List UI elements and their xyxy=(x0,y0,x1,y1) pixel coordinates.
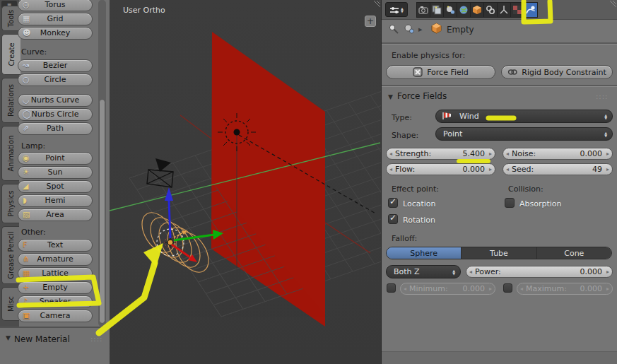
nurbs-curve-icon: ◡ xyxy=(23,95,30,106)
nurbs-circle-icon: ◯ xyxy=(23,109,31,120)
rotation-checkbox-label[interactable]: Rotation xyxy=(403,216,435,225)
collapse-triangle-icon[interactable]: ▼ xyxy=(388,93,393,100)
scene-breadcrumb-icon[interactable] xyxy=(404,23,415,35)
add-empty-button[interactable]: +Empty xyxy=(18,281,93,294)
breadcrumb-object-name[interactable]: Empty xyxy=(447,25,474,35)
editor-type-selector[interactable]: ▲▼ xyxy=(385,2,408,17)
wind-sock-icon xyxy=(442,111,452,122)
tab-world[interactable] xyxy=(457,2,471,18)
force-fields-panel-header[interactable]: ▼Force Fields xyxy=(388,91,447,101)
viewport-expand-button[interactable]: + xyxy=(365,16,376,27)
add-area-lamp-button[interactable]: ▨Area xyxy=(18,209,93,221)
flow-slider[interactable]: ◂ Flow: 0.000 ▸ xyxy=(386,163,495,175)
properties-editor-icon xyxy=(389,6,399,14)
falloff-cone-option[interactable]: Cone xyxy=(537,247,611,259)
pin-icon[interactable] xyxy=(388,23,400,35)
maximum-enable-checkbox[interactable]: ✓ xyxy=(503,283,512,293)
force-field-toggle-button[interactable]: Force Field xyxy=(386,65,495,79)
shelf-tab-animation[interactable]: Animation xyxy=(1,126,19,181)
tab-object[interactable] xyxy=(470,2,484,18)
rigid-body-constraint-button[interactable]: Rigid Body Constraint xyxy=(501,65,613,79)
shape-value: Point xyxy=(443,129,462,139)
tab-constraints[interactable] xyxy=(483,2,498,18)
rotation-checkbox[interactable]: ✓ xyxy=(388,214,398,224)
scrollbar-thumb[interactable] xyxy=(99,99,105,324)
props-corner-widget[interactable] xyxy=(607,1,616,10)
effect-point-label: Effect point: xyxy=(392,184,439,194)
viewport-3d[interactable]: User Ortho + xyxy=(110,0,381,364)
physics-icon xyxy=(526,5,536,15)
camera-object[interactable] xyxy=(147,158,173,187)
add-torus-button[interactable]: ◎Torus xyxy=(18,0,93,11)
plane-object[interactable] xyxy=(211,32,325,327)
type-value: Wind xyxy=(459,112,479,121)
add-hemi-button[interactable]: ◗Hemi xyxy=(18,194,93,207)
add-nurbs-curve-button[interactable]: ◡Nurbs Curve xyxy=(18,94,93,107)
force-field-x-icon xyxy=(413,67,423,77)
breadcrumb: ▸ Empty xyxy=(382,19,617,40)
add-camera-button[interactable]: ▣Camera xyxy=(18,310,93,322)
tool-shelf: ≡ Tools Create Relations Animation Physi… xyxy=(0,0,110,364)
noise-slider[interactable]: ◂ Noise: 0.000 ▸ xyxy=(503,148,613,160)
panel-grip-icon[interactable]: :::: xyxy=(596,93,608,100)
hemi-lamp-icon: ◗ xyxy=(23,195,27,206)
add-lattice-button[interactable]: ▦Lattice xyxy=(18,267,93,280)
minimum-enable-checkbox[interactable]: ✓ xyxy=(387,283,396,293)
camera-icon: ▣ xyxy=(23,310,30,322)
minimum-slider[interactable]: ◂ Minimum: 0.000 ▸ xyxy=(400,283,495,295)
type-label: Type: xyxy=(392,113,412,122)
panel-grip-icon[interactable]: :::: xyxy=(90,335,102,343)
add-spot-button[interactable]: ◢Spot xyxy=(18,180,93,193)
add-text-button[interactable]: FText xyxy=(18,239,93,252)
other-section-label: Other: xyxy=(21,228,46,237)
seed-slider[interactable]: ◂ Seed: 49 ▸ xyxy=(503,163,613,175)
path-icon: ⇗ xyxy=(23,123,29,134)
collapse-triangle-icon[interactable]: ▼ xyxy=(6,334,11,341)
absorption-checkbox-label[interactable]: Absorption xyxy=(519,199,562,209)
tab-object-data[interactable] xyxy=(497,2,511,18)
falloff-label: Falloff: xyxy=(392,234,417,243)
shape-dropdown[interactable]: Point ▲▼ xyxy=(435,127,613,141)
tool-shelf-scrollbar[interactable] xyxy=(98,0,106,327)
add-armature-button[interactable]: ⋔Armature xyxy=(18,253,93,266)
viewport-canvas[interactable] xyxy=(110,0,381,364)
add-point-lamp-button[interactable]: ◉Point xyxy=(18,152,93,165)
slider-right-arrow-icon[interactable]: ▸ xyxy=(486,151,495,157)
shelf-tab-misc[interactable]: Misc xyxy=(1,287,19,321)
lattice-icon: ▦ xyxy=(23,268,30,279)
add-bezier-button[interactable]: ↝Bezier xyxy=(18,59,93,72)
maximum-slider[interactable]: ◂ Maximum: 0.000 ▸ xyxy=(517,283,613,295)
add-grid-button[interactable]: ▦Grid xyxy=(18,13,93,25)
tab-physics[interactable] xyxy=(524,2,538,18)
add-speaker-button[interactable]: ♪Speaker xyxy=(18,295,93,308)
z-direction-dropdown[interactable]: Both Z ▲▼ xyxy=(386,265,461,278)
strength-slider[interactable]: ◂ Strength: 5.400 ▸ xyxy=(386,148,495,160)
tab-texture[interactable] xyxy=(510,2,524,18)
tab-render[interactable] xyxy=(416,2,430,18)
falloff-tube-option[interactable]: Tube xyxy=(462,247,536,259)
world-globe-icon xyxy=(459,5,469,15)
tab-scene[interactable] xyxy=(443,2,457,18)
tab-render-layers[interactable] xyxy=(430,2,444,18)
add-path-button[interactable]: ⇗Path xyxy=(18,122,93,135)
shelf-tab-physics[interactable]: Physics xyxy=(1,184,19,223)
location-checkbox[interactable]: ✓ xyxy=(388,198,398,208)
shelf-tab-grease-pencil[interactable]: Grease Pencil xyxy=(1,226,19,284)
falloff-sphere-option[interactable]: Sphere xyxy=(387,247,462,259)
slider-left-arrow-icon[interactable]: ◂ xyxy=(387,151,395,157)
add-circle-button[interactable]: ○Circle xyxy=(18,74,93,86)
add-nurbs-circle-button[interactable]: ◯Nurbs Circle xyxy=(18,108,93,121)
power-slider[interactable]: ◂ Power: 0.000 ▸ xyxy=(466,266,613,278)
shelf-tab-tools[interactable]: Tools xyxy=(1,6,19,31)
add-monkey-button[interactable]: ☻Monkey xyxy=(18,27,93,40)
empty-axes-icon xyxy=(499,5,509,15)
object-breadcrumb-cube-icon[interactable] xyxy=(430,23,442,35)
absorption-checkbox[interactable]: ✓ xyxy=(505,198,515,208)
area-corner-widget[interactable] xyxy=(371,1,380,10)
location-checkbox-label[interactable]: Location xyxy=(403,199,436,209)
curve-button-group: ↝Bezier ○Circle xyxy=(18,59,93,86)
add-sun-button[interactable]: ☀Sun xyxy=(18,166,93,179)
type-dropdown[interactable]: Wind ▲▼ xyxy=(435,110,613,123)
shelf-tab-relations[interactable]: Relations xyxy=(1,78,19,123)
x-axis-line-right xyxy=(325,223,370,253)
